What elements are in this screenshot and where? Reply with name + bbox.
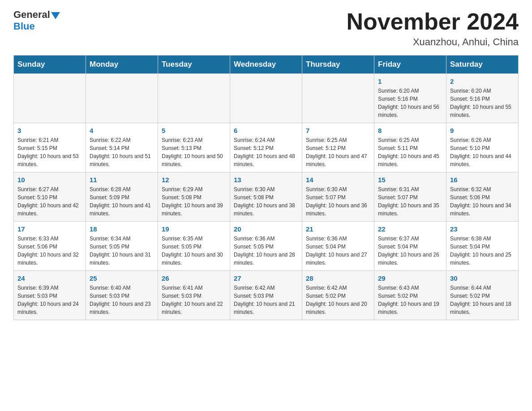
- calendar-subtitle: Xuanzhou, Anhui, China: [347, 36, 519, 48]
- day-number: 6: [234, 127, 298, 134]
- calendar-week-row: 17Sunrise: 6:33 AM Sunset: 5:06 PM Dayli…: [14, 222, 519, 271]
- day-number: 30: [450, 274, 515, 282]
- calendar-cell: 16Sunrise: 6:32 AM Sunset: 5:06 PM Dayli…: [446, 172, 519, 222]
- calendar-cell: 23Sunrise: 6:38 AM Sunset: 5:04 PM Dayli…: [446, 222, 519, 271]
- day-number: 27: [234, 274, 298, 282]
- day-info: Sunrise: 6:25 AM Sunset: 5:12 PM Dayligh…: [306, 136, 370, 168]
- calendar-cell: [302, 74, 374, 123]
- day-number: 24: [17, 274, 82, 282]
- day-info: Sunrise: 6:24 AM Sunset: 5:12 PM Dayligh…: [234, 136, 298, 168]
- day-number: 21: [306, 225, 370, 233]
- weekday-header: Monday: [86, 56, 158, 74]
- logo-triangle-icon: [51, 12, 60, 19]
- calendar-cell: 12Sunrise: 6:29 AM Sunset: 5:08 PM Dayli…: [158, 172, 230, 222]
- day-number: 19: [162, 225, 226, 233]
- calendar-cell: 11Sunrise: 6:28 AM Sunset: 5:09 PM Dayli…: [86, 172, 158, 222]
- day-info: Sunrise: 6:31 AM Sunset: 5:07 PM Dayligh…: [378, 185, 442, 218]
- day-number: 5: [162, 127, 226, 134]
- day-info: Sunrise: 6:27 AM Sunset: 5:10 PM Dayligh…: [17, 185, 82, 218]
- page-header: General Blue November 2024 Xuanzhou, Anh…: [13, 9, 519, 48]
- day-info: Sunrise: 6:26 AM Sunset: 5:10 PM Dayligh…: [450, 136, 515, 168]
- calendar-cell: 18Sunrise: 6:34 AM Sunset: 5:05 PM Dayli…: [86, 222, 158, 271]
- day-info: Sunrise: 6:38 AM Sunset: 5:04 PM Dayligh…: [450, 235, 515, 267]
- calendar-cell: 20Sunrise: 6:36 AM Sunset: 5:05 PM Dayli…: [230, 222, 302, 271]
- calendar-cell: 10Sunrise: 6:27 AM Sunset: 5:10 PM Dayli…: [14, 172, 86, 222]
- day-info: Sunrise: 6:36 AM Sunset: 5:05 PM Dayligh…: [234, 235, 298, 267]
- calendar-cell: 28Sunrise: 6:42 AM Sunset: 5:02 PM Dayli…: [302, 271, 374, 320]
- day-info: Sunrise: 6:29 AM Sunset: 5:08 PM Dayligh…: [162, 185, 226, 218]
- day-number: 13: [234, 176, 298, 184]
- day-info: Sunrise: 6:20 AM Sunset: 5:16 PM Dayligh…: [378, 87, 442, 119]
- logo: General Blue: [13, 9, 61, 32]
- calendar-cell: 9Sunrise: 6:26 AM Sunset: 5:10 PM Daylig…: [446, 123, 519, 172]
- day-number: 25: [90, 274, 154, 282]
- calendar-table: SundayMondayTuesdayWednesdayThursdayFrid…: [13, 55, 519, 320]
- calendar-cell: 1Sunrise: 6:20 AM Sunset: 5:16 PM Daylig…: [374, 74, 446, 123]
- calendar-cell: 22Sunrise: 6:37 AM Sunset: 5:04 PM Dayli…: [374, 222, 446, 271]
- calendar-cell: [158, 74, 230, 123]
- calendar-cell: 24Sunrise: 6:39 AM Sunset: 5:03 PM Dayli…: [14, 271, 86, 320]
- day-number: 1: [378, 77, 442, 85]
- weekday-header: Sunday: [14, 56, 86, 74]
- day-number: 26: [162, 274, 226, 282]
- day-number: 28: [306, 274, 370, 282]
- calendar-cell: 3Sunrise: 6:21 AM Sunset: 5:15 PM Daylig…: [14, 123, 86, 172]
- day-info: Sunrise: 6:37 AM Sunset: 5:04 PM Dayligh…: [378, 235, 442, 267]
- day-info: Sunrise: 6:30 AM Sunset: 5:08 PM Dayligh…: [234, 185, 298, 218]
- weekday-header: Saturday: [446, 56, 519, 74]
- calendar-week-row: 1Sunrise: 6:20 AM Sunset: 5:16 PM Daylig…: [14, 74, 519, 123]
- weekday-header: Wednesday: [230, 56, 302, 74]
- day-info: Sunrise: 6:33 AM Sunset: 5:06 PM Dayligh…: [17, 235, 82, 267]
- day-number: 20: [234, 225, 298, 233]
- calendar-cell: 25Sunrise: 6:40 AM Sunset: 5:03 PM Dayli…: [86, 271, 158, 320]
- day-info: Sunrise: 6:42 AM Sunset: 5:02 PM Dayligh…: [306, 284, 370, 316]
- day-number: 16: [450, 176, 515, 184]
- day-number: 15: [378, 176, 442, 184]
- calendar-cell: 5Sunrise: 6:23 AM Sunset: 5:13 PM Daylig…: [158, 123, 230, 172]
- calendar-title-area: November 2024 Xuanzhou, Anhui, China: [347, 9, 519, 48]
- calendar-cell: 29Sunrise: 6:43 AM Sunset: 5:02 PM Dayli…: [374, 271, 446, 320]
- day-info: Sunrise: 6:28 AM Sunset: 5:09 PM Dayligh…: [90, 185, 154, 218]
- day-info: Sunrise: 6:39 AM Sunset: 5:03 PM Dayligh…: [17, 284, 82, 316]
- day-info: Sunrise: 6:30 AM Sunset: 5:07 PM Dayligh…: [306, 185, 370, 218]
- weekday-header: Friday: [374, 56, 446, 74]
- day-info: Sunrise: 6:36 AM Sunset: 5:04 PM Dayligh…: [306, 235, 370, 267]
- calendar-cell: 13Sunrise: 6:30 AM Sunset: 5:08 PM Dayli…: [230, 172, 302, 222]
- calendar-cell: 14Sunrise: 6:30 AM Sunset: 5:07 PM Dayli…: [302, 172, 374, 222]
- calendar-cell: [230, 74, 302, 123]
- day-number: 2: [450, 77, 515, 85]
- day-number: 18: [90, 225, 154, 233]
- day-number: 10: [17, 176, 82, 184]
- day-number: 3: [17, 127, 82, 134]
- calendar-cell: 2Sunrise: 6:20 AM Sunset: 5:16 PM Daylig…: [446, 74, 519, 123]
- day-number: 11: [90, 176, 154, 184]
- calendar-cell: 27Sunrise: 6:42 AM Sunset: 5:03 PM Dayli…: [230, 271, 302, 320]
- day-number: 23: [450, 225, 515, 233]
- day-number: 4: [90, 127, 154, 134]
- calendar-cell: 21Sunrise: 6:36 AM Sunset: 5:04 PM Dayli…: [302, 222, 374, 271]
- day-number: 29: [378, 274, 442, 282]
- day-info: Sunrise: 6:25 AM Sunset: 5:11 PM Dayligh…: [378, 136, 442, 168]
- logo-blue-text: Blue: [13, 21, 35, 32]
- day-number: 14: [306, 176, 370, 184]
- calendar-cell: [86, 74, 158, 123]
- calendar-cell: 15Sunrise: 6:31 AM Sunset: 5:07 PM Dayli…: [374, 172, 446, 222]
- calendar-title: November 2024: [347, 9, 519, 34]
- day-info: Sunrise: 6:41 AM Sunset: 5:03 PM Dayligh…: [162, 284, 226, 316]
- calendar-header-row: SundayMondayTuesdayWednesdayThursdayFrid…: [14, 56, 519, 74]
- calendar-cell: 26Sunrise: 6:41 AM Sunset: 5:03 PM Dayli…: [158, 271, 230, 320]
- calendar-cell: 4Sunrise: 6:22 AM Sunset: 5:14 PM Daylig…: [86, 123, 158, 172]
- logo-general-text: General: [13, 9, 50, 21]
- day-info: Sunrise: 6:43 AM Sunset: 5:02 PM Dayligh…: [378, 284, 442, 316]
- day-number: 17: [17, 225, 82, 233]
- weekday-header: Thursday: [302, 56, 374, 74]
- day-info: Sunrise: 6:40 AM Sunset: 5:03 PM Dayligh…: [90, 284, 154, 316]
- calendar-cell: 30Sunrise: 6:44 AM Sunset: 5:02 PM Dayli…: [446, 271, 519, 320]
- day-number: 12: [162, 176, 226, 184]
- weekday-header: Tuesday: [158, 56, 230, 74]
- calendar-cell: 6Sunrise: 6:24 AM Sunset: 5:12 PM Daylig…: [230, 123, 302, 172]
- day-number: 8: [378, 127, 442, 134]
- day-info: Sunrise: 6:20 AM Sunset: 5:16 PM Dayligh…: [450, 87, 515, 119]
- calendar-week-row: 24Sunrise: 6:39 AM Sunset: 5:03 PM Dayli…: [14, 271, 519, 320]
- day-info: Sunrise: 6:35 AM Sunset: 5:05 PM Dayligh…: [162, 235, 226, 267]
